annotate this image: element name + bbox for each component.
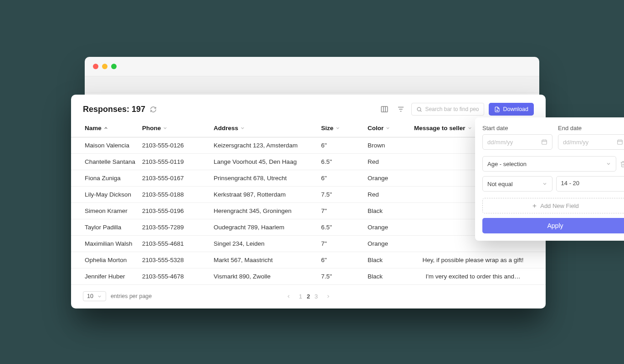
cell-name: Simeon Kramer: [71, 203, 139, 219]
cell-color: Orange: [365, 170, 411, 187]
table-row[interactable]: Ophelia Morton2103-555-5328Markt 567, Ma…: [71, 252, 546, 268]
plus-icon: [532, 203, 537, 209]
maximize-window-button[interactable]: [111, 64, 117, 69]
end-date-input-wrap[interactable]: [558, 134, 624, 150]
cell-phone: 2103-555-7289: [139, 219, 211, 236]
cell-size: 6'': [318, 137, 365, 154]
col-header-size[interactable]: Size: [318, 120, 365, 137]
cell-size: 6.5'': [318, 154, 365, 170]
table-row[interactable]: Lily-May Dickson2103-555-0188Kerkstraat …: [71, 187, 546, 203]
chevron-down-icon: [97, 294, 102, 299]
table-row[interactable]: Maison Valencia2103-555-0126Keizersgrach…: [71, 137, 546, 154]
start-date-input-wrap[interactable]: [482, 134, 552, 150]
table-row[interactable]: Jennifer Huber2103-555-4678Vismarkt 890,…: [71, 268, 546, 285]
col-header-color[interactable]: Color: [365, 120, 411, 137]
add-filter-label: Add New Field: [540, 202, 579, 209]
col-header-name[interactable]: Name: [71, 120, 139, 137]
table-header-row: Name Phone Address Size Color: [71, 120, 546, 137]
filter-value-input[interactable]: [561, 180, 623, 187]
filter-value-input-wrap[interactable]: [556, 176, 624, 192]
table-row[interactable]: Maximilian Walsh2103-555-4681Singel 234,…: [71, 236, 546, 252]
cell-name: Fiona Zuniga: [71, 170, 139, 187]
cell-size: 6.5'': [318, 219, 365, 236]
cell-color: Red: [365, 154, 411, 170]
pager-page-2[interactable]: 2: [307, 293, 310, 300]
minimize-window-button[interactable]: [102, 64, 107, 69]
window-controls: [93, 64, 117, 69]
table-row[interactable]: Taylor Padilla2103-555-7289Oudegracht 78…: [71, 219, 546, 236]
cell-phone: 2103-555-4681: [139, 236, 211, 252]
page-title: Responses: 197: [83, 105, 145, 114]
cell-address: Oudegracht 789, Haarlem: [211, 219, 318, 236]
cell-address: Lange Voorhout 45, Den Haag: [211, 154, 318, 170]
panel-footer: 10 entries per page 123: [71, 285, 546, 301]
filter-field-value: Age - selection: [487, 161, 527, 167]
cell-name: Taylor Padilla: [71, 219, 139, 236]
browser-toolbar: [85, 76, 539, 93]
cell-phone: 2103-555-0119: [139, 154, 211, 170]
col-header-phone[interactable]: Phone: [139, 120, 211, 137]
pager-prev-button[interactable]: [286, 294, 291, 299]
responses-count: 197: [132, 105, 145, 114]
chevron-down-icon: [606, 161, 611, 167]
cell-phone: 2103-555-0196: [139, 203, 211, 219]
table-row[interactable]: Chantelle Santana2103-555-0119Lange Voor…: [71, 154, 546, 170]
search-icon: [416, 106, 422, 112]
cell-color: Black: [365, 203, 411, 219]
cell-color: Black: [365, 252, 411, 268]
table-row[interactable]: Simeon Kramer2103-555-0196Herengracht 34…: [71, 203, 546, 219]
search-input-wrap[interactable]: [411, 103, 484, 116]
delete-filter-button[interactable]: [620, 161, 624, 167]
cell-size: 7.5'': [318, 268, 365, 285]
cell-name: Ophelia Morton: [71, 252, 139, 268]
svg-rect-13: [618, 140, 623, 144]
chevron-down-icon: [240, 126, 245, 131]
add-filter-button[interactable]: Add New Field: [482, 198, 624, 213]
cell-phone: 2103-555-5328: [139, 252, 211, 268]
cell-phone: 2103-555-0167: [139, 170, 211, 187]
apply-filter-button[interactable]: Apply: [482, 218, 624, 233]
cell-name: Jennifer Huber: [71, 268, 139, 285]
download-icon: [494, 106, 500, 112]
cell-address: Prinsengracht 678, Utrecht: [211, 170, 318, 187]
pager-page-1[interactable]: 1: [299, 293, 302, 300]
col-header-address[interactable]: Address: [211, 120, 318, 137]
sort-asc-icon: [103, 126, 108, 131]
pager-next-button[interactable]: [326, 294, 331, 299]
close-window-button[interactable]: [93, 64, 98, 69]
apply-label: Apply: [547, 222, 563, 229]
panel-header: Responses: 197: [71, 103, 546, 120]
chevron-down-icon: [542, 181, 547, 187]
refresh-icon[interactable]: [150, 106, 157, 113]
download-button[interactable]: Download: [489, 103, 534, 116]
title-prefix: Responses:: [83, 105, 129, 114]
entries-per-page-select[interactable]: 10: [83, 291, 106, 301]
chevron-down-icon: [163, 126, 168, 131]
filter-condition-select[interactable]: Not equal: [482, 176, 552, 192]
columns-icon[interactable]: [378, 103, 390, 115]
browser-titlebar: [85, 57, 539, 76]
svg-rect-9: [542, 140, 547, 144]
filter-condition-value: Not equal: [487, 181, 513, 187]
start-date-input[interactable]: [487, 139, 541, 146]
cell-name: Lily-May Dickson: [71, 187, 139, 203]
entries-value: 10: [87, 293, 93, 299]
cell-name: Maximilian Walsh: [71, 236, 139, 252]
download-label: Download: [503, 106, 528, 112]
search-input[interactable]: [425, 106, 479, 112]
cell-color: Orange: [365, 219, 411, 236]
calendar-icon: [541, 139, 547, 145]
responses-table: Name Phone Address Size Color: [71, 120, 546, 285]
entries-label: entries per page: [111, 293, 152, 299]
cell-name: Maison Valencia: [71, 137, 139, 154]
pager-page-3[interactable]: 3: [315, 293, 318, 300]
filter-icon[interactable]: [395, 103, 407, 115]
pagination: 123: [286, 293, 331, 300]
filter-popover: Start date End date Age - selection Not …: [475, 117, 624, 241]
cell-size: 6'': [318, 170, 365, 187]
filter-field-select[interactable]: Age - selection: [482, 156, 616, 172]
table-row[interactable]: Fiona Zuniga2103-555-0167Prinsengracht 6…: [71, 170, 546, 187]
svg-line-7: [420, 111, 421, 111]
cell-address: Vismarkt 890, Zwolle: [211, 268, 318, 285]
end-date-input[interactable]: [563, 139, 617, 146]
